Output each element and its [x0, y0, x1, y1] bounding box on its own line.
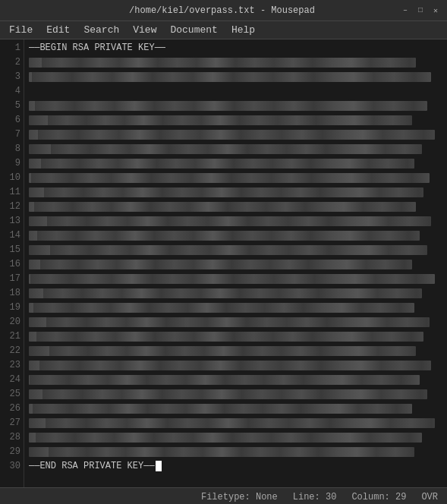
code-line-30: ——END RSA PRIVATE KEY—— [29, 459, 442, 474]
code-line-10 [29, 171, 442, 185]
line-number-28: 28 [0, 430, 24, 445]
code-line-6 [29, 113, 442, 128]
code-line-12 [29, 200, 442, 214]
menu-bar: FileEditSearchViewDocumentHelp [0, 21, 447, 39]
code-line-15 [29, 243, 442, 257]
line-number-12: 12 [0, 200, 24, 214]
line-number-13: 13 [0, 214, 24, 228]
line-number-1: 1 [0, 41, 24, 55]
code-line-5 [29, 99, 442, 113]
line-number-18: 18 [0, 286, 24, 301]
line-number-7: 7 [0, 128, 24, 142]
line-number-2: 2 [0, 55, 24, 70]
code-line-4 [29, 84, 442, 99]
code-line-29 [29, 445, 442, 459]
line-number-23: 23 [0, 358, 24, 373]
code-line-21 [29, 329, 442, 344]
line-number-26: 26 [0, 402, 24, 416]
code-line-1: ——BEGIN RSA PRIVATE KEY—— [29, 41, 442, 55]
line-number-29: 29 [0, 445, 24, 459]
filetype-status: Filetype: None [201, 492, 278, 502]
code-line-26 [29, 402, 442, 416]
line-number-5: 5 [0, 99, 24, 113]
code-line-3 [29, 70, 442, 84]
line-number-8: 8 [0, 142, 24, 156]
line-number-3: 3 [0, 70, 24, 84]
menu-file[interactable]: File [3, 23, 39, 37]
line-number-20: 20 [0, 315, 24, 329]
code-line-17 [29, 272, 442, 286]
menu-view[interactable]: View [127, 23, 162, 37]
line-number-21: 21 [0, 329, 24, 344]
line-number-16: 16 [0, 257, 24, 272]
line-status: Line: 30 [293, 492, 337, 502]
line-number-27: 27 [0, 416, 24, 430]
line-number-19: 19 [0, 301, 24, 315]
minimize-button[interactable]: – [400, 6, 411, 15]
maximize-button[interactable]: □ [415, 6, 426, 15]
code-line-19 [29, 301, 442, 315]
code-line-2 [29, 55, 442, 70]
line-number-30: 30 [0, 459, 24, 474]
line-number-24: 24 [0, 373, 24, 387]
status-bar: Filetype: None Line: 30 Column: 29 OVR [0, 487, 447, 504]
window-controls[interactable]: – □ ✕ [400, 6, 441, 15]
line-number-17: 17 [0, 272, 24, 286]
line-number-22: 22 [0, 344, 24, 358]
code-line-7 [29, 128, 442, 142]
menu-help[interactable]: Help [225, 23, 261, 37]
text-area[interactable]: ——BEGIN RSA PRIVATE KEY————END RSA PRIVA… [24, 39, 447, 487]
title-bar: /home/kiel/overpass.txt - Mousepad – □ ✕ [0, 0, 447, 21]
line-number-25: 25 [0, 387, 24, 402]
line-number-11: 11 [0, 185, 24, 200]
code-line-27 [29, 416, 442, 430]
code-line-13 [29, 214, 442, 228]
line-numbers: 1234567891011121314151617181920212223242… [0, 39, 24, 487]
window-title: /home/kiel/overpass.txt - Mousepad [44, 5, 400, 16]
column-status: Column: 29 [351, 492, 406, 502]
line-number-4: 4 [0, 84, 24, 99]
code-line-9 [29, 156, 442, 171]
line-number-14: 14 [0, 228, 24, 243]
menu-edit[interactable]: Edit [40, 23, 76, 37]
line-number-10: 10 [0, 171, 24, 185]
menu-document[interactable]: Document [164, 23, 223, 37]
line-number-9: 9 [0, 156, 24, 171]
mode-status: OVR [421, 492, 438, 502]
code-line-23 [29, 358, 442, 373]
editor: 1234567891011121314151617181920212223242… [0, 39, 447, 487]
menu-search[interactable]: Search [77, 23, 125, 37]
code-line-8 [29, 142, 442, 156]
code-line-24 [29, 373, 442, 387]
code-line-14 [29, 228, 442, 243]
code-line-28 [29, 430, 442, 445]
code-line-11 [29, 185, 442, 200]
code-line-18 [29, 286, 442, 301]
line-number-6: 6 [0, 113, 24, 128]
code-line-25 [29, 387, 442, 402]
line-number-15: 15 [0, 243, 24, 257]
code-line-22 [29, 344, 442, 358]
code-line-20 [29, 315, 442, 329]
code-line-16 [29, 257, 442, 272]
close-button[interactable]: ✕ [430, 6, 441, 15]
